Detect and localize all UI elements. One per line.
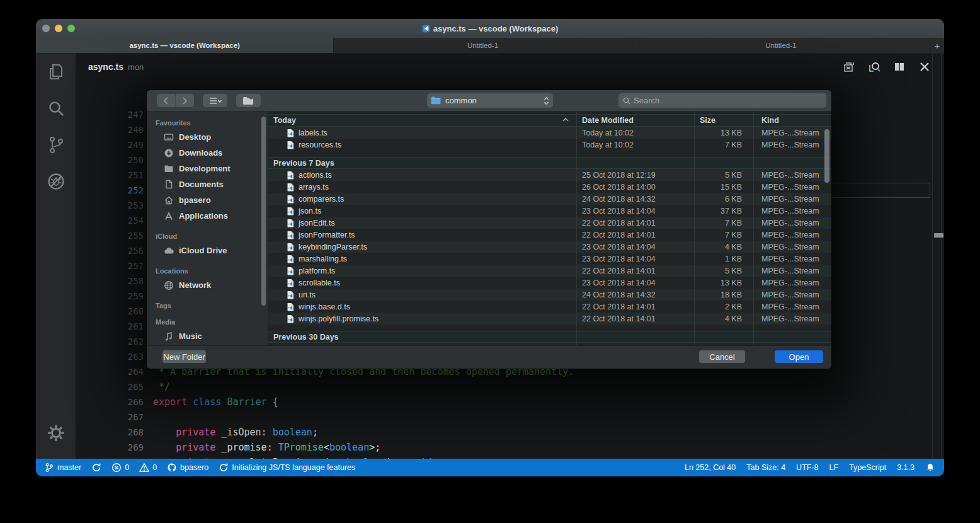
line-number: 256	[76, 243, 144, 258]
overview-ruler-cursor-marker	[934, 233, 943, 238]
column-divider[interactable]	[576, 112, 577, 345]
list-header-row[interactable]: TodayDate ModifiedSizeKind	[268, 114, 831, 127]
file-size: 1 KB	[644, 255, 742, 263]
column-divider[interactable]	[694, 112, 695, 345]
window-tab-2[interactable]: Untitled-1	[334, 38, 632, 53]
file-row-scrollable.ts[interactable]: scrollable.ts23 Oct 2018 at 14:0413 KBMP…	[268, 277, 831, 289]
activity-bar	[36, 54, 76, 459]
file-size: 13 KB	[644, 279, 742, 287]
sidebar-item-applications[interactable]: Applications	[147, 208, 268, 224]
code-line-266[interactable]: 266export class Barrier {	[76, 394, 944, 410]
file-row-actions.ts[interactable]: actions.ts25 Oct 2018 at 12:195 KBMPEG-.…	[268, 169, 831, 181]
code-line-267[interactable]: 267	[76, 410, 944, 425]
dialog-sidebar: FavouritesDesktopDownloadsDevelopmentDoc…	[147, 112, 268, 345]
file-row-keybindingParser.ts[interactable]: keybindingParser.ts23 Oct 2018 at 14:044…	[268, 241, 831, 253]
file-row-resources.ts[interactable]: resources.tsToday at 10:027 KBMPEG-...St…	[268, 139, 831, 151]
close-icon[interactable]	[916, 59, 933, 75]
status-3-1-3[interactable]: 3.1.3	[897, 463, 914, 472]
window-tab-1[interactable]: async.ts — vscode (Workspace)	[36, 38, 334, 53]
editor-scrollbar[interactable]	[932, 54, 944, 459]
column-divider[interactable]	[753, 112, 754, 345]
dialog-toolbar: common	[147, 90, 831, 112]
file-date-modified: Today at 10:02	[582, 129, 634, 137]
file-row-winjs.polyfill.promise.ts[interactable]: winjs.polyfill.promise.ts22 Oct 2018 at …	[268, 313, 831, 325]
status-ln-252-col-40[interactable]: Ln 252, Col 40	[685, 463, 736, 472]
line-number: 250	[76, 152, 144, 168]
status-typescript[interactable]: TypeScript	[849, 463, 886, 472]
back-button[interactable]	[157, 94, 175, 107]
file-row-uri.ts[interactable]: uri.ts24 Oct 2018 at 14:3218 KBMPEG-...S…	[268, 289, 831, 301]
sidebar-item-development[interactable]: Development	[147, 161, 268, 176]
new-folder-toolbar-button[interactable]	[236, 94, 261, 107]
source-control-icon[interactable]	[36, 127, 76, 163]
status-lf[interactable]: LF	[829, 463, 839, 472]
new-folder-button[interactable]: New Folder	[162, 350, 206, 363]
column-kind[interactable]: Kind	[761, 116, 779, 125]
file-row-comparers.ts[interactable]: comparers.ts24 Oct 2018 at 14:326 KBMPEG…	[268, 193, 831, 205]
status-0[interactable]: 0	[139, 463, 157, 473]
sidebar-item-music[interactable]: Music	[147, 328, 268, 344]
sidebar-item-bpasero[interactable]: bpasero	[147, 192, 268, 208]
debug-icon[interactable]	[36, 163, 76, 200]
window-title: async.ts — vscode (Workspace)	[433, 24, 558, 33]
status-label: 0	[152, 463, 157, 472]
column-date-modified[interactable]: Date Modified	[582, 116, 634, 125]
file-row-winjs.base.d.ts[interactable]: winjs.base.d.ts22 Oct 2018 at 14:012 KBM…	[268, 301, 831, 313]
file-row-platform.ts[interactable]: platform.ts22 Oct 2018 at 14:015 KBMPEG-…	[268, 265, 831, 277]
view-mode-button[interactable]	[203, 94, 227, 107]
split-editor-icon[interactable]	[891, 59, 908, 75]
editor-file-name: async.ts	[88, 62, 123, 72]
open-file-dialog: common FavouritesDesktopDownloadsDevelop…	[147, 90, 831, 369]
settings-gear-icon[interactable]	[36, 415, 76, 451]
column-size[interactable]: Size	[700, 116, 715, 125]
status-0[interactable]: 0	[111, 463, 129, 473]
search-input[interactable]	[634, 96, 810, 105]
status-bpasero[interactable]: bpasero	[167, 463, 208, 473]
file-row-arrays.ts[interactable]: arrays.ts26 Oct 2018 at 14:0015 KBMPEG-.…	[268, 181, 831, 193]
sidebar-item-documents[interactable]: Documents	[147, 176, 268, 192]
status-tab-size-4[interactable]: Tab Size: 4	[746, 463, 785, 472]
code-line-269[interactable]: 269 private _promise: TPromise<boolean>;	[76, 440, 944, 455]
new-tab-button[interactable]: +	[930, 38, 944, 53]
sidebar-item-icloud-drive[interactable]: iCloud Drive	[147, 243, 268, 258]
status-label: bpasero	[180, 463, 208, 472]
close-all-files-icon[interactable]	[841, 59, 857, 75]
file-row-jsonFormatter.ts[interactable]: jsonFormatter.ts22 Oct 2018 at 14:017 KB…	[268, 229, 831, 241]
status-utf-8[interactable]: UTF-8	[796, 463, 818, 472]
search-field[interactable]	[618, 93, 826, 108]
window-tab-3[interactable]: Untitled-1	[632, 38, 930, 53]
file-row-jsonEdit.ts[interactable]: jsonEdit.ts22 Oct 2018 at 14:017 KBMPEG-…	[268, 217, 831, 229]
explorer-icon[interactable]	[36, 54, 76, 90]
group-gap	[268, 151, 831, 157]
file-name: resources.ts	[299, 141, 341, 149]
status-bell[interactable]	[925, 463, 935, 473]
sidebar-item-desktop[interactable]: Desktop	[147, 129, 268, 145]
location-dropdown[interactable]: common	[427, 93, 553, 108]
file-kind: MPEG-...Stream	[761, 267, 819, 275]
file-row-json.ts[interactable]: json.ts23 Oct 2018 at 14:0437 KBMPEG-...…	[268, 205, 831, 217]
file-kind: MPEG-...Stream	[761, 302, 819, 311]
file-list-scrollbar[interactable]	[824, 129, 829, 183]
file-search-icon[interactable]	[866, 59, 882, 75]
file-size: 5 KB	[644, 171, 742, 180]
ts-file-icon	[286, 219, 295, 227]
sidebar-item-downloads[interactable]: Downloads	[147, 145, 268, 161]
cancel-button[interactable]: Cancel	[699, 350, 745, 363]
code-line-268[interactable]: 268 private _isOpen: boolean;	[76, 425, 944, 440]
sidebar-scrollbar[interactable]	[261, 117, 266, 306]
sidebar-item-network[interactable]: Network	[147, 277, 268, 293]
status-sync[interactable]	[91, 463, 101, 473]
file-row-marshalling.ts[interactable]: marshalling.ts23 Oct 2018 at 14:041 KBMP…	[268, 253, 831, 265]
search-icon[interactable]	[36, 90, 76, 127]
sidebar-item-label: iCloud Drive	[179, 246, 227, 255]
home-icon	[163, 195, 174, 205]
dialog-footer: New Folder Cancel Open	[147, 345, 831, 369]
status-master[interactable]: master	[44, 463, 81, 473]
file-row-labels.ts[interactable]: labels.tsToday at 10:0213 KBMPEG-...Stre…	[268, 127, 831, 139]
file-kind: MPEG-...Stream	[761, 207, 819, 216]
status-initializing-js-ts-language-features[interactable]: Initializing JS/TS language features	[219, 463, 355, 473]
forward-button[interactable]	[176, 94, 194, 107]
code-line-265[interactable]: 265 */	[76, 379, 944, 394]
file-kind: MPEG-...Stream	[761, 231, 819, 239]
open-button[interactable]: Open	[775, 350, 823, 363]
